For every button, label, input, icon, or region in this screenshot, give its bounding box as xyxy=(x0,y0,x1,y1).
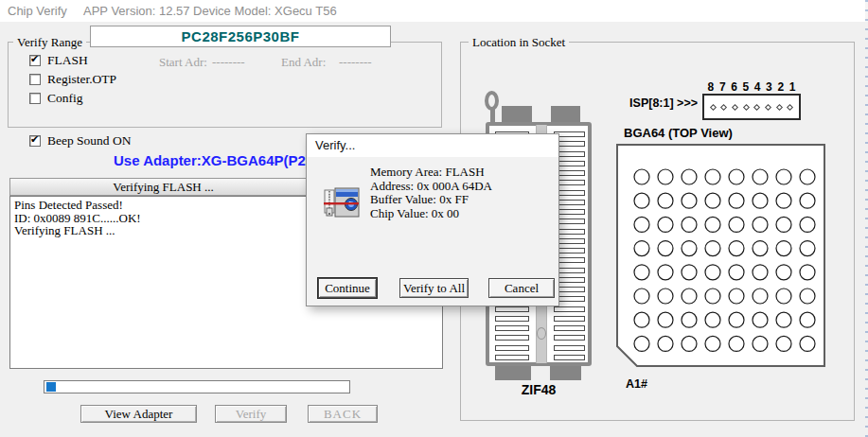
zif-pin-slot xyxy=(554,355,585,360)
bga-ball xyxy=(800,193,815,208)
isp-pin-icon xyxy=(710,103,717,110)
bga-ball xyxy=(729,241,744,256)
bga-ball xyxy=(658,193,673,208)
register-otp-checkbox-label: Register.OTP xyxy=(47,72,116,87)
bga-ball xyxy=(800,169,815,184)
verify-dialog-titlebar[interactable]: Verify... xyxy=(307,134,558,157)
bga-ball xyxy=(634,288,649,304)
isp-pin-icon xyxy=(743,103,750,110)
bga-ball xyxy=(729,288,744,304)
bga-ball xyxy=(658,241,673,256)
bga-ball xyxy=(705,241,720,256)
bga-ball xyxy=(729,336,744,351)
verify-button[interactable]: Verify xyxy=(215,405,287,423)
bga-ball xyxy=(800,336,815,351)
bga-ball xyxy=(753,169,768,184)
bga-ball xyxy=(705,288,720,304)
zif-center-screw-icon xyxy=(537,327,546,340)
bga-ball xyxy=(729,265,744,280)
bga-ball xyxy=(800,241,815,256)
isp-pin-icon xyxy=(720,103,727,110)
bga-ball xyxy=(776,241,791,256)
bga-ball xyxy=(753,217,768,232)
register-otp-checkbox-box[interactable] xyxy=(29,74,41,85)
config-checkbox-box[interactable] xyxy=(29,93,41,104)
zif-caption: ZIF48 xyxy=(486,382,592,397)
zif-pin-slot xyxy=(554,306,585,312)
bga-ball xyxy=(753,288,768,304)
isp-header-box xyxy=(702,94,801,120)
window-titlebar: Chip Verify APP Version: 12.57 Device Mo… xyxy=(0,0,868,22)
check-icon: ✔ xyxy=(30,53,39,65)
bga-ball xyxy=(729,217,744,232)
isp-pin-number: 1 xyxy=(789,80,796,94)
verify-info-line: Chip Value: 0x 00 xyxy=(370,207,492,221)
isp-pin-numbers: 87654321 xyxy=(702,80,801,94)
bga-ball xyxy=(753,193,768,208)
bga-ball xyxy=(753,312,768,327)
bga-ball xyxy=(634,241,649,256)
bga-ball xyxy=(800,312,815,327)
verify-info-text: Memory Area: FLASHAddress: 0x 000A 64DAB… xyxy=(370,166,492,220)
isp-pin-number: 3 xyxy=(766,80,772,94)
bga-ball xyxy=(658,265,673,280)
isp-pin-icon xyxy=(765,103,771,110)
zif-bottom-tab-right xyxy=(550,366,581,380)
bga-ball xyxy=(800,288,815,304)
isp-pin-icon xyxy=(787,103,793,110)
cancel-button[interactable]: Cancel xyxy=(488,278,555,298)
bga-ball xyxy=(682,193,697,208)
bga-ball xyxy=(634,193,649,208)
bga64-package xyxy=(616,144,826,368)
bga-ball xyxy=(682,265,697,280)
zif-top-tab-left xyxy=(502,106,532,123)
bga-ball xyxy=(729,193,744,208)
back-button[interactable]: BACK xyxy=(308,405,378,423)
config-checkbox-label: Config xyxy=(47,91,83,106)
isp-pin-number: 6 xyxy=(731,80,737,94)
verify-to-all-button[interactable]: Verify to All xyxy=(399,278,469,298)
progress-bar-fill xyxy=(46,382,56,392)
zif-pin-slot xyxy=(495,306,529,312)
bga-ball xyxy=(682,217,697,232)
bga-ball xyxy=(705,312,720,327)
bga-ball xyxy=(658,288,673,304)
start-adr-value: -------- xyxy=(212,55,245,70)
isp-pin-number: 8 xyxy=(708,80,715,94)
zif-pin-slot xyxy=(495,335,529,341)
bga-ball xyxy=(753,265,768,280)
location-in-socket-label: Location in Socket xyxy=(469,35,569,50)
verify-dialog: Verify... Memory Area: FLASHAddress: 0x … xyxy=(306,133,559,306)
zif-pin-slot xyxy=(554,335,585,341)
beep-sound-checkbox-box[interactable]: ✔ xyxy=(29,135,41,147)
zif-pin-slot xyxy=(495,345,529,351)
bga-ball xyxy=(729,312,744,327)
view-adapter-button[interactable]: View Adapter xyxy=(80,405,197,423)
bga-ball xyxy=(800,217,815,232)
bga-ball xyxy=(682,336,697,351)
progress-bar xyxy=(44,380,350,393)
status-caption: Verifying FLASH ... xyxy=(10,179,316,195)
bga-ball xyxy=(634,265,649,280)
app-title: Chip Verify xyxy=(8,4,67,18)
zif-pin-slot xyxy=(554,325,585,331)
bga-ball xyxy=(753,241,768,256)
bga-ball xyxy=(682,312,697,327)
bga-ball xyxy=(634,169,649,184)
verify-info-line: Memory Area: FLASH xyxy=(370,166,492,180)
isp-pin-number: 5 xyxy=(743,80,750,94)
zif-pin-slot xyxy=(554,316,585,322)
beep-sound-checkbox-label: Beep Sound ON xyxy=(47,133,132,149)
bga-ball xyxy=(682,169,697,184)
bga-ball xyxy=(776,193,791,208)
zif-pin-slot xyxy=(495,355,529,360)
programmer-icon xyxy=(324,185,360,221)
bga-ball xyxy=(776,336,791,351)
check-icon: ✔ xyxy=(30,133,39,146)
bga-ball xyxy=(634,312,649,327)
continue-button[interactable]: Continue xyxy=(318,278,377,298)
bga-ball xyxy=(658,312,673,327)
zif-lever-stem xyxy=(490,108,495,123)
flash-checkbox-box[interactable]: ✔ xyxy=(29,55,41,66)
zif-bottom-tab-left xyxy=(495,366,531,380)
